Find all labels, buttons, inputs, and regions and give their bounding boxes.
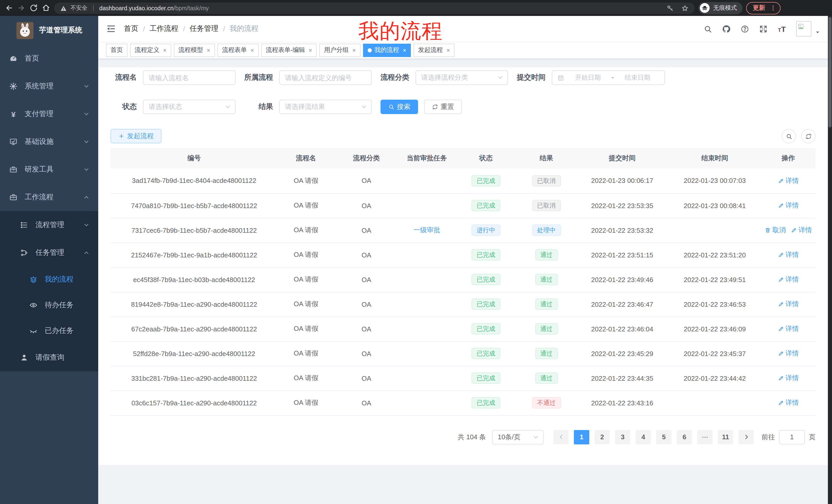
cell-id: 7317cec6-7b9b-11ec-b5b7-acde48001122: [110, 218, 278, 243]
reset-button[interactable]: 重置: [424, 100, 462, 114]
more-pages-button[interactable]: [697, 430, 713, 444]
sidebar-item-dev-tools[interactable]: 研发工具: [0, 156, 98, 184]
browser-scrollbar[interactable]: [828, 16, 832, 504]
sidebar-item-payment[interactable]: ¥支付管理: [0, 100, 98, 128]
back-icon[interactable]: [5, 4, 14, 12]
page-size-select[interactable]: 10条/页: [492, 430, 544, 444]
filter-process-name: 流程名: [110, 71, 235, 85]
page-button-2[interactable]: 2: [594, 430, 610, 444]
breadcrumb-item[interactable]: 任务管理: [190, 24, 218, 33]
sidebar-item-done-tasks[interactable]: 已办任务: [0, 318, 98, 344]
forward-icon[interactable]: [17, 4, 26, 12]
category-select[interactable]: 请选择流程分类: [415, 71, 508, 85]
help-icon[interactable]: [740, 24, 749, 33]
cell-id: 52ffd28e-7b9a-11ec-a290-acde48001122: [110, 341, 278, 366]
sidebar-item-system[interactable]: 系统管理: [0, 73, 98, 100]
caret-down-icon[interactable]: [815, 30, 820, 35]
app-title: 芋道管理系统: [39, 26, 82, 35]
process-def-input[interactable]: [279, 71, 372, 85]
tab-process-definition[interactable]: 流程定义×: [130, 44, 171, 57]
sidebar-item-home[interactable]: 首页: [0, 45, 98, 73]
refresh-table-button[interactable]: [801, 129, 815, 143]
browser-update-button[interactable]: 更新: [746, 2, 781, 14]
close-icon[interactable]: ×: [163, 47, 166, 53]
detail-action-link[interactable]: 详情: [778, 300, 799, 309]
create-process-button[interactable]: 发起流程: [110, 129, 161, 143]
current-task-link[interactable]: 一级审批: [413, 226, 440, 235]
sidebar-item-todo-tasks[interactable]: 待办任务: [0, 292, 98, 318]
detail-action-link[interactable]: 详情: [778, 176, 799, 186]
tab-process-model[interactable]: 流程模型×: [174, 44, 215, 57]
fullscreen-icon[interactable]: [759, 24, 768, 33]
breadcrumb-item[interactable]: 工作流程: [150, 24, 178, 33]
result-label: 结果: [244, 102, 279, 111]
cell-category: OA: [334, 316, 398, 341]
tab-user-group[interactable]: 用户分组×: [319, 44, 361, 57]
detail-action-link[interactable]: 详情: [778, 324, 799, 333]
reload-icon[interactable]: [29, 4, 38, 12]
detail-action-link[interactable]: 详情: [791, 226, 812, 235]
page-button-4[interactable]: 4: [635, 430, 651, 444]
search-button[interactable]: 搜索: [381, 100, 418, 114]
submit-time-range-picker[interactable]: 开始日期 - 结束日期: [552, 71, 665, 85]
cell-actions: 详情: [761, 193, 815, 218]
key-icon[interactable]: [667, 4, 674, 11]
detail-action-link[interactable]: 详情: [778, 398, 799, 408]
search-icon[interactable]: [703, 24, 712, 33]
sidebar-item-workflow[interactable]: 工作流程: [0, 184, 98, 211]
filter-status: 状态 请选择状态: [110, 100, 235, 114]
show-search-button[interactable]: [782, 129, 796, 143]
sidebar-item-label: 研发工具: [25, 165, 53, 174]
app-logo-row[interactable]: 芋道管理系统: [0, 16, 98, 45]
fontsize-icon[interactable]: TT: [778, 24, 786, 33]
tab-process-form-edit[interactable]: 流程表单-编辑×: [261, 44, 317, 57]
close-icon[interactable]: ×: [309, 47, 312, 53]
page-button-3[interactable]: 3: [615, 430, 630, 444]
detail-action-link[interactable]: 详情: [778, 201, 799, 210]
star-icon[interactable]: [681, 4, 688, 11]
breadcrumb-item[interactable]: 首页: [124, 24, 138, 33]
sidebar-item-infrastructure[interactable]: 基础设施: [0, 128, 98, 156]
tab-process-form[interactable]: 流程表单×: [217, 44, 259, 57]
detail-action-link[interactable]: 详情: [778, 275, 799, 284]
page-button-6[interactable]: 6: [677, 430, 692, 444]
close-icon[interactable]: ×: [207, 47, 210, 53]
status-select[interactable]: 请选择状态: [143, 100, 235, 114]
sidebar-item-task-mgmt[interactable]: 任务管理: [0, 239, 98, 267]
hamburger-icon[interactable]: [106, 24, 116, 34]
tab-home[interactable]: 首页: [106, 44, 128, 57]
address-bar[interactable]: 不安全 dashboard.yudao.iocoder.cn/bpm/task/…: [54, 2, 695, 13]
scrollbar-thumb[interactable]: [828, 17, 831, 128]
cell-process-name: OA 请假: [278, 316, 334, 341]
close-icon[interactable]: ×: [446, 47, 450, 53]
process-name-input[interactable]: [143, 71, 235, 85]
prev-page-button[interactable]: [553, 430, 569, 444]
close-icon[interactable]: ×: [251, 47, 254, 53]
tab-my-process[interactable]: 我的流程×: [363, 44, 411, 57]
page-jump-input[interactable]: [779, 430, 805, 444]
cancel-action-link[interactable]: 取消: [765, 226, 786, 235]
page-button-5[interactable]: 5: [656, 430, 672, 444]
cell-end-time: [669, 218, 761, 243]
tab-label: 首页: [110, 46, 123, 54]
menu-dots-icon[interactable]: [770, 5, 777, 11]
close-icon[interactable]: ×: [402, 47, 406, 53]
close-icon[interactable]: ×: [352, 47, 356, 53]
yen-icon: ¥: [9, 110, 18, 118]
sidebar-item-leave-query[interactable]: 请假查询: [0, 344, 98, 371]
detail-action-link[interactable]: 详情: [778, 250, 799, 259]
sidebar-item-my-process[interactable]: 我的流程: [0, 267, 98, 292]
result-select[interactable]: 请选择流结果: [279, 100, 372, 114]
page-button-11[interactable]: 11: [718, 430, 733, 444]
home-icon[interactable]: [42, 4, 50, 12]
briefcase-icon: [9, 193, 18, 201]
github-icon[interactable]: [722, 24, 731, 33]
detail-action-link[interactable]: 详情: [778, 373, 799, 383]
next-page-button[interactable]: [738, 430, 754, 444]
detail-action-link[interactable]: 详情: [778, 349, 799, 358]
sidebar-item-process-mgmt[interactable]: 流程管理: [0, 211, 98, 239]
sidebar: 芋道管理系统 首页系统管理¥支付管理基础设施研发工具工作流程流程管理任务管理我的…: [0, 16, 98, 504]
tab-start-process[interactable]: 发起流程×: [413, 44, 454, 57]
page-button-1[interactable]: 1: [574, 430, 589, 444]
avatar[interactable]: [796, 21, 811, 36]
